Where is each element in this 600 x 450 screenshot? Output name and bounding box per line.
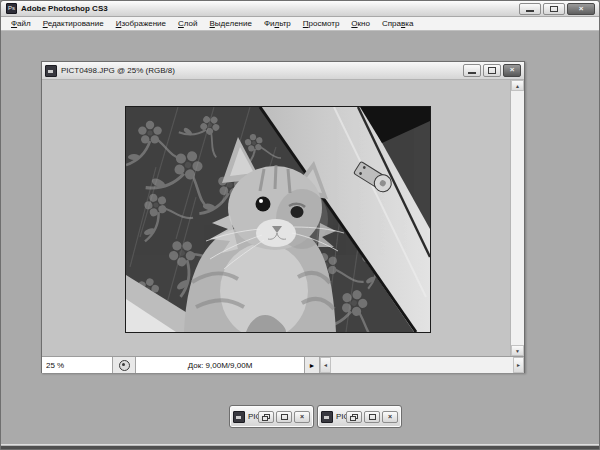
window-controls: × [519,3,595,15]
cat-photo[interactable] [125,106,431,333]
menu-edit[interactable]: Редактирование [37,19,110,28]
menu-view[interactable]: Просмотр [297,19,346,28]
close-button[interactable]: × [294,411,310,423]
document-icon[interactable] [233,411,245,423]
doc-maximize-button[interactable] [483,64,501,77]
menu-window[interactable]: Окно [345,19,376,28]
minimized-title: PICT... [248,412,258,421]
document-window-controls: × [463,64,521,77]
menu-layer[interactable]: Слой [172,19,203,28]
minimize-icon [526,10,534,12]
doc-close-button[interactable]: × [503,64,521,77]
close-button[interactable]: × [382,411,398,423]
workspace: PICT0498.JPG @ 25% (RGB/8) × [1,31,599,444]
horizontal-scrollbar[interactable]: ◄ ► [319,357,524,373]
minimized-window-controls: × [258,411,310,423]
vertical-scrollbar[interactable]: ▲ ▼ [510,80,524,356]
restore-button[interactable] [346,411,362,423]
doc-minimize-button[interactable] [463,64,481,77]
document-icon[interactable] [45,65,57,77]
scroll-down-icon[interactable]: ▼ [511,345,524,356]
document-title: PICT0498.JPG @ 25% (RGB/8) [61,66,175,75]
minimized-window-2[interactable]: PICT... × [317,405,402,428]
app-title: Adobe Photoshop CS3 [21,4,108,13]
scroll-up-icon[interactable]: ▲ [511,80,524,91]
minimized-window-1[interactable]: PICT... × [229,405,314,428]
menu-filter[interactable]: Фильтр [258,19,297,28]
restore-button[interactable] [258,411,274,423]
cat-photo-graphic [126,107,430,332]
app-titlebar[interactable]: Ps Adobe Photoshop CS3 × [1,1,599,17]
photoshop-app-icon[interactable]: Ps [6,3,17,14]
maximize-icon [369,414,376,420]
window-bottom-frame [1,444,599,449]
doc-size-field[interactable]: Док: 9,00М/9,00М [135,357,305,373]
menu-bar: Файл Редактирование Изображение Слой Выд… [1,17,599,31]
document-statusbar: Док: 9,00М/9,00М ► ◄ ► [42,356,524,373]
minimize-icon [468,72,476,74]
zoom-input[interactable] [42,361,110,370]
document-titlebar[interactable]: PICT0498.JPG @ 25% (RGB/8) × [42,62,524,80]
scroll-right-icon[interactable]: ► [513,357,524,373]
photoshop-window: Ps Adobe Photoshop CS3 × Файл Редактиров… [0,0,600,450]
minimize-button[interactable] [519,3,541,15]
restore-icon [262,416,268,421]
maximize-button[interactable] [364,411,380,423]
maximize-icon [488,67,496,74]
minimized-window-controls: × [346,411,398,423]
document-window: PICT0498.JPG @ 25% (RGB/8) × [41,61,525,373]
status-icon-segment [113,357,135,373]
restore-icon [350,416,356,421]
close-button[interactable]: × [567,3,595,15]
document-icon[interactable] [321,411,333,423]
minimized-title: PICT... [336,412,346,421]
status-indicator-icon [119,360,130,371]
maximize-button[interactable] [543,3,565,15]
canvas-area[interactable] [42,80,511,356]
maximize-icon [281,414,288,420]
menu-image[interactable]: Изображение [110,19,172,28]
menu-select[interactable]: Выделение [204,19,258,28]
menu-help[interactable]: Справка [376,19,419,28]
zoom-field [42,357,113,373]
scroll-left-icon[interactable]: ◄ [320,357,331,373]
menu-file[interactable]: Файл [5,19,37,28]
maximize-icon [550,6,558,12]
maximize-button[interactable] [276,411,292,423]
status-menu-arrow[interactable]: ► [305,357,319,373]
document-body: ▲ ▼ [42,80,524,356]
